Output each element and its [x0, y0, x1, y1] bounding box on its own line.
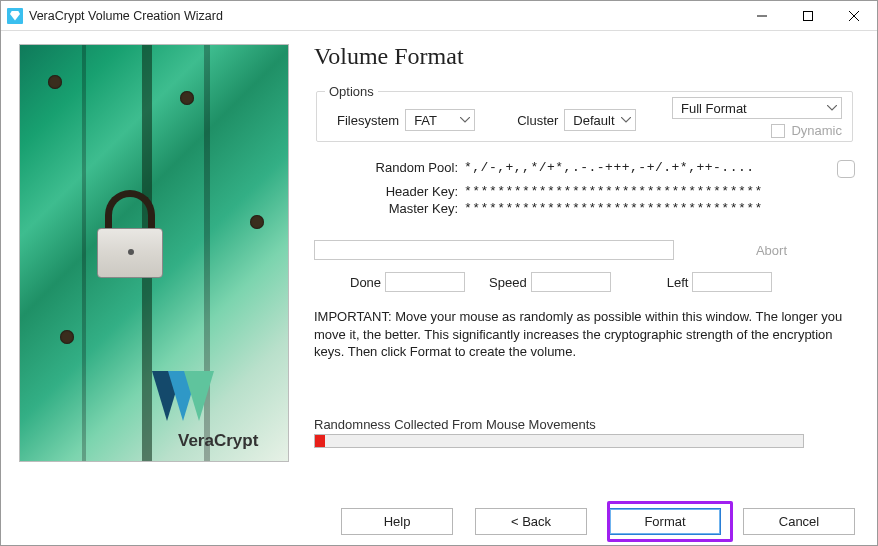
- veracrypt-icon: [7, 8, 23, 24]
- dynamic-option: Dynamic: [771, 123, 842, 138]
- done-value: [385, 272, 465, 292]
- random-pool-label: Random Pool:: [314, 160, 464, 175]
- format-mode-select[interactable]: Full Format: [672, 97, 842, 119]
- speed-label: Speed: [489, 275, 527, 290]
- master-key-value: ************************************: [464, 201, 829, 216]
- window-title: VeraCrypt Volume Creation Wizard: [29, 9, 739, 23]
- sidebar: VeraCrypt: [1, 31, 294, 545]
- cancel-button[interactable]: Cancel: [743, 508, 855, 535]
- randomness-bar: [314, 434, 804, 448]
- page-title: Volume Format: [314, 43, 855, 70]
- filesystem-value: FAT: [414, 113, 454, 128]
- veracrypt-logo-icon: [152, 371, 212, 421]
- chevron-down-icon: [460, 117, 470, 123]
- button-row: Help < Back Format Cancel: [1, 508, 877, 535]
- content: VeraCrypt Volume Format Options Filesyst…: [1, 31, 877, 545]
- random-pool-value: *,/-,+,,*/+*,.-.-+++,-+/.+*,++-....: [464, 160, 829, 175]
- filesystem-label: Filesystem: [337, 113, 399, 128]
- done-label: Done: [350, 275, 381, 290]
- show-keys-checkbox[interactable]: [837, 160, 855, 178]
- cluster-label: Cluster: [517, 113, 558, 128]
- progress-row: Abort: [314, 240, 855, 260]
- filesystem-select[interactable]: FAT: [405, 109, 475, 131]
- header-key-value: ************************************: [464, 184, 829, 199]
- cluster-select[interactable]: Default: [564, 109, 635, 131]
- options-legend: Options: [325, 84, 378, 99]
- svg-rect-0: [804, 11, 813, 20]
- header-key-label: Header Key:: [314, 184, 464, 199]
- back-button[interactable]: < Back: [475, 508, 587, 535]
- stats-row: Done Speed Left: [314, 272, 855, 292]
- randomness-label: Randomness Collected From Mouse Movement…: [314, 417, 855, 432]
- chevron-down-icon: [621, 117, 631, 123]
- brand-label: VeraCrypt: [178, 431, 258, 451]
- format-mode-value: Full Format: [681, 101, 747, 116]
- randomness-fill: [315, 435, 325, 447]
- dynamic-checkbox: [771, 124, 785, 138]
- abort-button: Abort: [688, 243, 855, 258]
- left-label: Left: [667, 275, 689, 290]
- format-progress-bar: [314, 240, 674, 260]
- important-text: IMPORTANT: Move your mouse as randomly a…: [314, 308, 854, 361]
- dynamic-label: Dynamic: [791, 123, 842, 138]
- main-panel: Volume Format Options Filesystem FAT Clu…: [294, 31, 877, 545]
- titlebar: VeraCrypt Volume Creation Wizard: [1, 1, 877, 31]
- cluster-value: Default: [573, 113, 614, 128]
- maximize-button[interactable]: [785, 1, 831, 31]
- master-key-label: Master Key:: [314, 201, 464, 216]
- help-button[interactable]: Help: [341, 508, 453, 535]
- options-group: Options Filesystem FAT Cluster Default F…: [316, 84, 853, 142]
- chevron-down-icon: [827, 105, 837, 111]
- padlock-icon: [95, 190, 165, 280]
- speed-value: [531, 272, 611, 292]
- keys-display: Random Pool: *,/-,+,,*/+*,.-.-+++,-+/.+*…: [314, 160, 855, 216]
- left-value: [692, 272, 772, 292]
- minimize-button[interactable]: [739, 1, 785, 31]
- sidebar-image: VeraCrypt: [19, 44, 289, 462]
- format-button[interactable]: Format: [609, 508, 721, 535]
- close-button[interactable]: [831, 1, 877, 31]
